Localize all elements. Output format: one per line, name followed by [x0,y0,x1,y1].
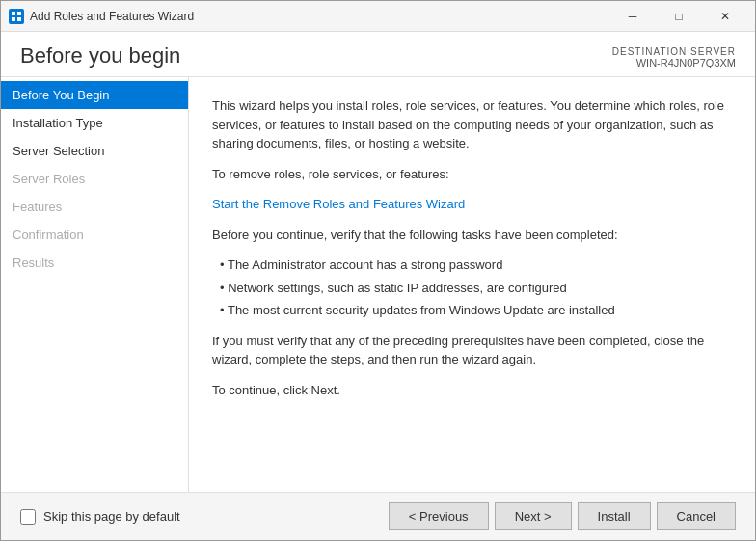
intro-text: This wizard helps you install roles, rol… [212,96,732,153]
remove-heading: To remove roles, role services, or featu… [212,165,732,184]
sidebar-item-results: Results [1,249,188,277]
button-group: < Previous Next > Install Cancel [389,502,736,530]
bullet-item: Network settings, such as static IP addr… [220,279,732,298]
footer-bar: Skip this page by default < Previous Nex… [1,492,755,540]
app-icon [9,9,24,24]
minimize-button[interactable]: ─ [610,3,655,30]
skip-section: Skip this page by default [20,509,180,525]
main-layout: Before you begin DESTINATION SERVER WIN-… [1,32,755,540]
middle-section: Before You BeginInstallation TypeServer … [1,77,755,492]
svg-rect-0 [12,12,15,15]
note-text: If you must verify that any of the prece… [212,332,732,369]
destination-server-info: DESTINATION SERVER WIN-R4JN0P7Q3XM [612,46,736,68]
destination-value: WIN-R4JN0P7Q3XM [612,57,736,68]
svg-rect-2 [12,17,15,21]
page-header: Before you begin DESTINATION SERVER WIN-… [1,32,755,77]
next-button[interactable]: Next > [495,502,572,530]
main-content: This wizard helps you install roles, rol… [189,77,755,492]
bullet-item: The Administrator account has a strong p… [220,256,732,275]
window-title: Add Roles and Features Wizard [30,10,610,23]
sidebar-item-installation-type[interactable]: Installation Type [1,109,188,137]
install-button[interactable]: Install [578,502,651,530]
prerequisites-list: The Administrator account has a strong p… [220,256,732,320]
skip-label: Skip this page by default [43,509,180,524]
sidebar-item-before-you-begin[interactable]: Before You Begin [1,81,188,109]
maximize-button[interactable]: □ [657,3,701,30]
cancel-button[interactable]: Cancel [657,502,736,530]
verify-heading: Before you continue, verify that the fol… [212,226,732,245]
close-button[interactable]: ✕ [703,3,747,30]
sidebar-item-features: Features [1,193,188,221]
svg-rect-1 [17,12,21,15]
continue-note: To continue, click Next. [212,381,732,400]
bullet-item: The most current security updates from W… [220,301,732,320]
skip-checkbox[interactable] [20,509,36,525]
page-title: Before you begin [20,43,180,68]
sidebar-item-server-selection[interactable]: Server Selection [1,137,188,165]
wizard-window: Add Roles and Features Wizard ─ □ ✕ Befo… [0,0,756,541]
sidebar: Before You BeginInstallation TypeServer … [1,77,189,492]
title-bar: Add Roles and Features Wizard ─ □ ✕ [1,1,755,32]
destination-label: DESTINATION SERVER [612,46,736,57]
remove-link[interactable]: Start the Remove Roles and Features Wiza… [212,197,465,211]
sidebar-item-server-roles: Server Roles [1,165,188,193]
previous-button[interactable]: < Previous [389,502,489,530]
sidebar-item-confirmation: Confirmation [1,221,188,249]
svg-rect-3 [17,17,21,21]
window-controls: ─ □ ✕ [610,3,747,30]
